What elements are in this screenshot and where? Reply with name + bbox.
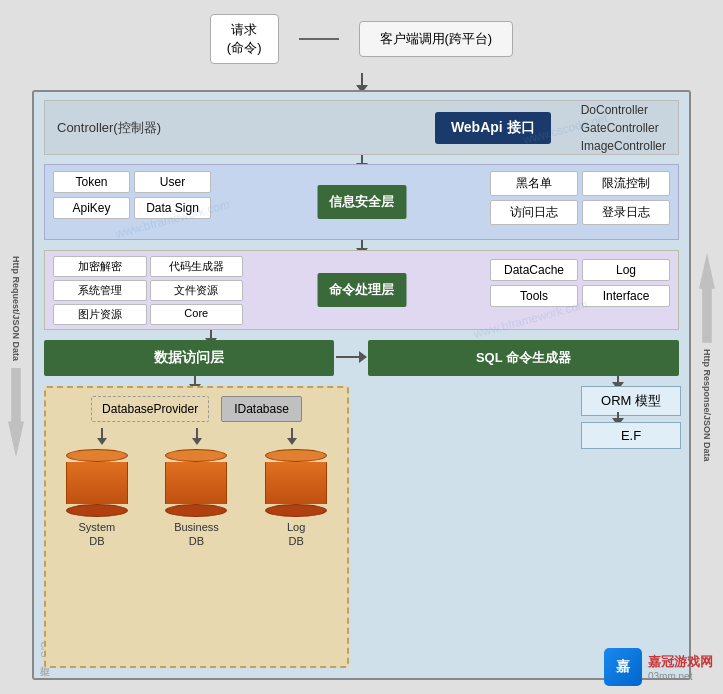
cmd-tools: Tools	[490, 285, 578, 307]
db-provider: DatabaseProvider	[91, 396, 209, 422]
client-box: 客户端调用(跨平台)	[359, 21, 514, 57]
sec-loginlog: 登录日志	[582, 200, 670, 225]
business-db: BusinessDB	[165, 449, 227, 549]
controller-items: DoController GateController ImageControl…	[581, 101, 666, 155]
sql-generator: SQL 命令生成器	[368, 340, 679, 376]
db-provider-row: DatabaseProvider IDatabase	[54, 396, 339, 422]
inner-frame: C/S框架 Controller(控制器) WebApi 接口 DoContro…	[32, 90, 691, 680]
cmd-encrypt: 加密解密	[53, 256, 147, 277]
system-db-label: SystemDB	[78, 520, 115, 549]
cmd-core: Core	[150, 304, 244, 325]
security-title: 信息安全层	[317, 185, 406, 219]
logo-icon: 嘉	[604, 648, 642, 686]
logo-brand: 嘉冠游戏网	[648, 653, 713, 671]
top-section: 请求 (命令) 客户端调用(跨平台)	[35, 14, 688, 64]
sec-token: Token	[53, 171, 130, 193]
left-arrow-container: Http Request/JSON Data	[2, 120, 30, 594]
sec-apikey: ApiKey	[53, 197, 130, 219]
right-arrow-up	[699, 253, 715, 343]
request-line2: (命令)	[227, 40, 262, 55]
logo-text-container: 嘉冠游戏网 03mm.net	[648, 653, 713, 682]
cylinders-row: SystemDB BusinessDB LogDB	[54, 449, 339, 549]
log-db: LogDB	[265, 449, 327, 549]
security-left: Token User ApiKey Data Sign	[53, 171, 211, 219]
do-controller: DoController	[581, 101, 666, 119]
cmd-codegen: 代码生成器	[150, 256, 244, 277]
command-right: DataCache Log Tools Interface	[490, 259, 670, 307]
logo-area: 嘉 嘉冠游戏网 03mm.net	[604, 648, 713, 686]
cmd-datacache: DataCache	[490, 259, 578, 281]
right-arrow-container: Http Response/JSON Data	[693, 120, 721, 594]
system-db: SystemDB	[66, 449, 128, 549]
request-line1: 请求	[231, 22, 257, 37]
right-arrow-label: Http Response/JSON Data	[702, 349, 712, 462]
security-layer: Token User ApiKey Data Sign 信息安全层 黑名单 限流…	[44, 164, 679, 240]
controller-label: Controller(控制器)	[57, 119, 161, 137]
data-access-layer: 数据访问层	[44, 340, 334, 376]
security-right: 黑名单 限流控制 访问日志 登录日志	[490, 171, 670, 225]
cylinder-arrows	[54, 428, 339, 445]
gate-controller: GateController	[581, 119, 666, 137]
ef-box: E.F	[581, 422, 681, 449]
sec-ratelimit: 限流控制	[582, 171, 670, 196]
cmd-imgresource: 图片资源	[53, 304, 147, 325]
logo-sub: 03mm.net	[648, 671, 713, 682]
orm-box: ORM 模型	[581, 386, 681, 416]
left-arrow-down	[8, 368, 24, 458]
business-db-label: BusinessDB	[174, 520, 219, 549]
cmd-interface: Interface	[582, 285, 670, 307]
request-box: 请求 (命令)	[210, 14, 279, 64]
cmd-fileresource: 文件资源	[150, 280, 244, 301]
webapi-button[interactable]: WebApi 接口	[435, 112, 551, 144]
idatabase-box: IDatabase	[221, 396, 302, 422]
controller-row: Controller(控制器) WebApi 接口 DoController G…	[44, 100, 679, 155]
sec-datasign: Data Sign	[134, 197, 211, 219]
top-connector	[299, 38, 339, 40]
command-layer: 加密解密 代码生成器 系统管理 文件资源 图片资源 Core 命令处理层 Dat…	[44, 250, 679, 330]
command-left: 加密解密 代码生成器 系统管理 文件资源 图片资源 Core	[53, 256, 243, 325]
cmd-sysmanage: 系统管理	[53, 280, 147, 301]
sec-blacklist: 黑名单	[490, 171, 578, 196]
log-db-label: LogDB	[287, 520, 305, 549]
horiz-arrow	[336, 356, 366, 358]
command-title: 命令处理层	[317, 273, 406, 307]
image-controller: ImageController	[581, 137, 666, 155]
sec-user: User	[134, 171, 211, 193]
sec-accesslog: 访问日志	[490, 200, 578, 225]
left-arrow-label: Http Request/JSON Data	[11, 256, 21, 361]
database-section: DatabaseProvider IDatabase SystemDB	[44, 386, 349, 668]
cmd-log: Log	[582, 259, 670, 281]
